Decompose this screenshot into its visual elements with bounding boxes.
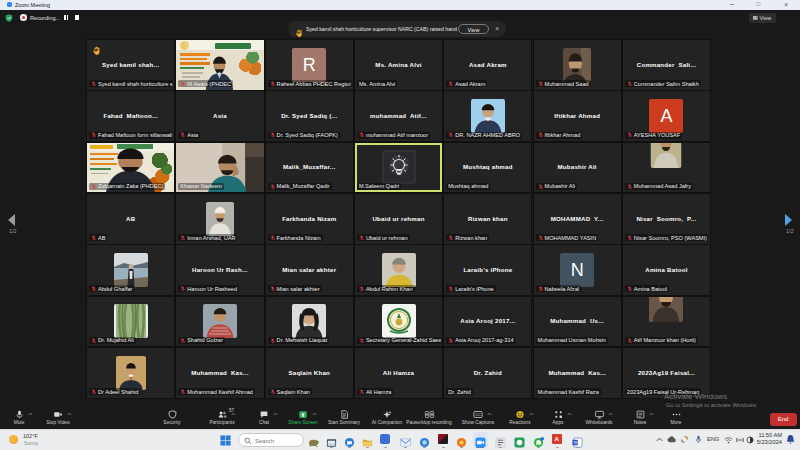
svg-text:CC: CC	[475, 412, 481, 417]
svg-text:W: W	[574, 440, 578, 445]
